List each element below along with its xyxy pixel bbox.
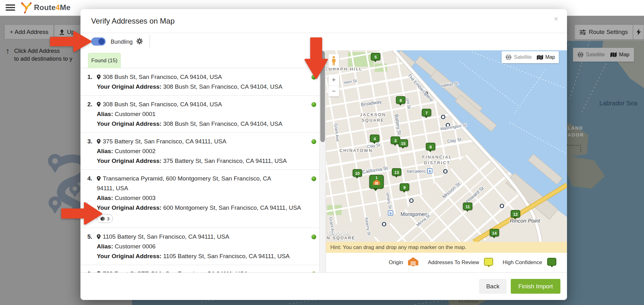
address-text: 733 Front St STE C1A, San Francisco, CA … <box>97 269 285 273</box>
map-viewport[interactable]: b b TELEGRAPH HILLreen StVallejo St.Broa… <box>326 50 567 242</box>
geocode-status-dot <box>311 235 316 239</box>
legend-green-marker-icon <box>547 258 556 267</box>
map-legend: OriginAddresses To ReviewHigh Confidence <box>326 253 567 272</box>
address-number: 5. <box>87 232 92 241</box>
address-list-item[interactable]: 3.375 Battery St, San Francisco, CA 9411… <box>80 133 319 170</box>
annotation-arrow-bundling <box>50 31 92 52</box>
map-marker-9[interactable]: 9 <box>400 183 409 191</box>
original-address-line: Your Original Address: 308 Bush St, San … <box>97 119 307 129</box>
geocode-status-dot <box>311 176 316 181</box>
pin-icon <box>97 176 101 181</box>
address-text: 308 Bush St, San Francisco, CA 94104, US… <box>97 99 285 109</box>
map-type-control: Satellite Map <box>502 51 559 63</box>
zoom-out-button[interactable]: − <box>328 86 339 97</box>
route4me-logo: Route4Me <box>21 2 70 14</box>
toggle-knob <box>98 38 105 45</box>
legend-label: Origin <box>389 259 403 266</box>
map-marker-8[interactable]: 8 <box>426 143 435 150</box>
folded-map-icon <box>537 55 543 60</box>
modal-title: Verify Addresses on Map <box>91 17 174 25</box>
original-address-line: Your Original Address: 375 Battery St, S… <box>97 156 307 166</box>
address-number: 2. <box>87 99 92 109</box>
address-number: 6. <box>87 269 92 273</box>
map-zoom-control: + − <box>328 75 339 97</box>
address-text: 1105 Battery St, San Francisco, CA 94111… <box>97 232 285 241</box>
map-marker-10[interactable]: 10 <box>353 169 362 177</box>
alias-line: Alias: Customer 0002 <box>97 146 307 156</box>
globe-icon <box>505 54 512 60</box>
pin-icon <box>97 139 101 144</box>
origin-house-icon <box>408 257 418 267</box>
map-marker-5[interactable]: 5 <box>371 53 380 60</box>
original-address-line: Your Original Address: 600 Montgomery St… <box>97 203 307 213</box>
route4me-logo-icon <box>21 2 32 14</box>
address-text: 375 Battery St, San Francisco, CA 94111,… <box>97 136 285 146</box>
tab-found[interactable]: Found (15) <box>88 53 121 68</box>
address-text: 308 Bush St, San Francisco, CA 94104, US… <box>97 72 285 82</box>
geocode-status-dot <box>311 139 316 144</box>
pin-icon <box>97 75 101 80</box>
bundle-count: 3 <box>107 214 109 224</box>
address-number: 1. <box>87 72 92 82</box>
legend-origin-icon <box>408 257 418 268</box>
address-text: Transamerica Pyramid, 600 Montgomery St,… <box>97 174 285 193</box>
origin-house-icon <box>373 180 380 185</box>
pin-icon <box>97 102 101 107</box>
back-button[interactable]: Back <box>479 279 507 294</box>
map-markers-layer: 15674315810139111214 <box>326 50 567 242</box>
map-marker-6[interactable]: 6 <box>396 96 405 104</box>
street-view-pegman-control[interactable] <box>328 54 339 68</box>
origin-marker[interactable]: 1 <box>369 175 384 189</box>
address-number: 3. <box>87 136 92 146</box>
original-address-line: Your Original Address: 308 Bush St, San … <box>97 82 307 92</box>
bundling-settings-gear-icon[interactable] <box>136 37 143 46</box>
bundling-label: Bundling <box>111 39 133 45</box>
address-list-panel: Found (15) 1.308 Bush St, San Francisco,… <box>80 50 326 272</box>
address-number: 4. <box>87 174 92 183</box>
address-list-item[interactable]: 6.733 Front St STE C1A, San Francisco, C… <box>80 265 319 273</box>
brand-text: Route4Me <box>34 3 70 12</box>
zoom-in-button[interactable]: + <box>328 75 339 86</box>
list-scrollbar[interactable] <box>319 50 326 272</box>
finish-import-button[interactable]: Finish Import <box>511 279 560 294</box>
map-marker-12[interactable]: 12 <box>511 210 520 218</box>
map-marker-11[interactable]: 11 <box>463 202 472 210</box>
map-marker-4[interactable]: 4 <box>370 135 379 142</box>
hamburger-menu-icon[interactable] <box>6 4 15 11</box>
address-list-item[interactable]: 4.Transamerica Pyramid, 600 Montgomery S… <box>80 170 319 228</box>
address-list: 1.308 Bush St, San Francisco, CA 94104, … <box>80 68 319 272</box>
alias-line: Alias: Customer 0006 <box>97 241 307 251</box>
map-hint-bar: Hint: You can drag and drop any map mark… <box>326 242 567 253</box>
bundling-toggle[interactable] <box>91 37 106 46</box>
legend-yellow-marker-icon <box>484 258 493 267</box>
address-list-item[interactable]: 5.1105 Battery St, San Francisco, CA 941… <box>80 228 319 265</box>
annotation-arrow-bundle-badge <box>61 202 102 225</box>
legend-label: High Confidence <box>503 259 542 266</box>
map-marker-14[interactable]: 14 <box>490 229 499 236</box>
origin-marker-number: 1 <box>370 176 383 180</box>
modal-footer: Back Finish Import <box>80 272 567 300</box>
satellite-button[interactable]: Satellite <box>505 54 532 60</box>
geocode-status-dot <box>311 102 316 107</box>
close-icon[interactable]: × <box>554 15 558 23</box>
alias-line: Alias: Customer 0003 <box>97 193 307 203</box>
alias-line: Alias: Customer 0001 <box>97 109 307 119</box>
pin-icon <box>97 234 101 239</box>
legend-label: Addresses To Review <box>428 259 479 266</box>
pegman-icon <box>331 56 336 66</box>
original-address-line: Your Original Address: 1105 Battery St, … <box>97 251 307 261</box>
google-logo: Google <box>328 230 349 236</box>
map-marker-15[interactable]: 15 <box>399 139 408 147</box>
map-marker-7[interactable]: 7 <box>422 109 431 116</box>
address-list-item[interactable]: 2.308 Bush St, San Francisco, CA 94104, … <box>80 96 319 133</box>
map-marker-13[interactable]: 13 <box>392 168 401 176</box>
map-button[interactable]: Map <box>537 54 555 60</box>
address-list-item[interactable]: 1.308 Bush St, San Francisco, CA 94104, … <box>80 68 319 96</box>
annotation-arrow-map <box>304 37 328 79</box>
